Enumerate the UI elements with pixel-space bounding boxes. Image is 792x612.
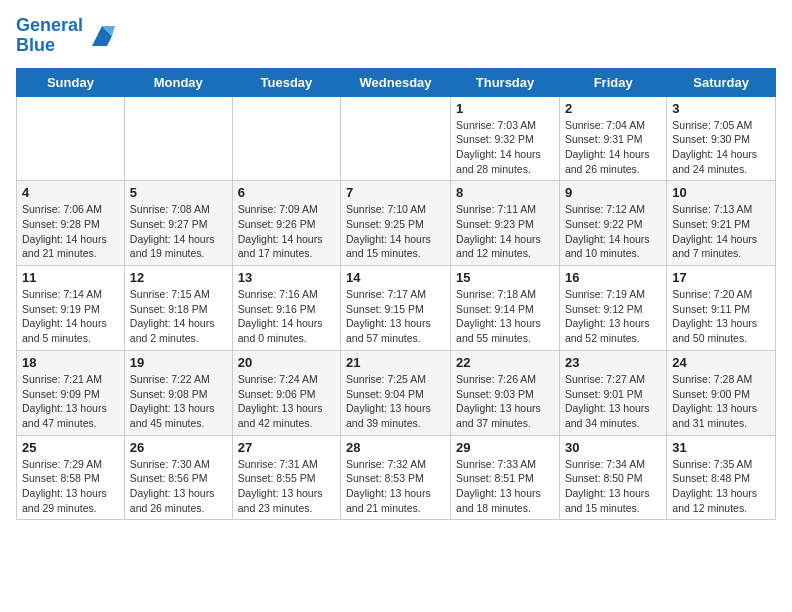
calendar-week-row: 25Sunrise: 7:29 AMSunset: 8:58 PMDayligh… bbox=[17, 435, 776, 520]
day-info: Sunrise: 7:03 AMSunset: 9:32 PMDaylight:… bbox=[456, 118, 554, 177]
calendar-table: SundayMondayTuesdayWednesdayThursdayFrid… bbox=[16, 68, 776, 521]
day-number: 14 bbox=[346, 270, 445, 285]
calendar-cell: 2Sunrise: 7:04 AMSunset: 9:31 PMDaylight… bbox=[559, 96, 666, 181]
calendar-week-row: 18Sunrise: 7:21 AMSunset: 9:09 PMDayligh… bbox=[17, 350, 776, 435]
day-number: 24 bbox=[672, 355, 770, 370]
day-header-saturday: Saturday bbox=[667, 68, 776, 96]
calendar-cell: 13Sunrise: 7:16 AMSunset: 9:16 PMDayligh… bbox=[232, 266, 340, 351]
day-info: Sunrise: 7:04 AMSunset: 9:31 PMDaylight:… bbox=[565, 118, 661, 177]
day-info: Sunrise: 7:35 AMSunset: 8:48 PMDaylight:… bbox=[672, 457, 770, 516]
calendar-cell: 23Sunrise: 7:27 AMSunset: 9:01 PMDayligh… bbox=[559, 350, 666, 435]
day-number: 7 bbox=[346, 185, 445, 200]
day-number: 15 bbox=[456, 270, 554, 285]
day-number: 28 bbox=[346, 440, 445, 455]
calendar-header-row: SundayMondayTuesdayWednesdayThursdayFrid… bbox=[17, 68, 776, 96]
calendar-cell: 8Sunrise: 7:11 AMSunset: 9:23 PMDaylight… bbox=[451, 181, 560, 266]
calendar-cell: 31Sunrise: 7:35 AMSunset: 8:48 PMDayligh… bbox=[667, 435, 776, 520]
day-info: Sunrise: 7:22 AMSunset: 9:08 PMDaylight:… bbox=[130, 372, 227, 431]
calendar-cell: 25Sunrise: 7:29 AMSunset: 8:58 PMDayligh… bbox=[17, 435, 125, 520]
day-number: 17 bbox=[672, 270, 770, 285]
page-header: General Blue bbox=[16, 16, 776, 56]
day-info: Sunrise: 7:26 AMSunset: 9:03 PMDaylight:… bbox=[456, 372, 554, 431]
day-number: 12 bbox=[130, 270, 227, 285]
day-number: 19 bbox=[130, 355, 227, 370]
day-info: Sunrise: 7:14 AMSunset: 9:19 PMDaylight:… bbox=[22, 287, 119, 346]
calendar-cell: 12Sunrise: 7:15 AMSunset: 9:18 PMDayligh… bbox=[124, 266, 232, 351]
day-info: Sunrise: 7:19 AMSunset: 9:12 PMDaylight:… bbox=[565, 287, 661, 346]
day-number: 8 bbox=[456, 185, 554, 200]
day-info: Sunrise: 7:08 AMSunset: 9:27 PMDaylight:… bbox=[130, 202, 227, 261]
calendar-cell: 19Sunrise: 7:22 AMSunset: 9:08 PMDayligh… bbox=[124, 350, 232, 435]
calendar-cell: 9Sunrise: 7:12 AMSunset: 9:22 PMDaylight… bbox=[559, 181, 666, 266]
day-number: 16 bbox=[565, 270, 661, 285]
calendar-cell: 30Sunrise: 7:34 AMSunset: 8:50 PMDayligh… bbox=[559, 435, 666, 520]
day-number: 2 bbox=[565, 101, 661, 116]
day-number: 1 bbox=[456, 101, 554, 116]
day-info: Sunrise: 7:31 AMSunset: 8:55 PMDaylight:… bbox=[238, 457, 335, 516]
calendar-cell: 20Sunrise: 7:24 AMSunset: 9:06 PMDayligh… bbox=[232, 350, 340, 435]
day-number: 4 bbox=[22, 185, 119, 200]
day-info: Sunrise: 7:27 AMSunset: 9:01 PMDaylight:… bbox=[565, 372, 661, 431]
day-number: 6 bbox=[238, 185, 335, 200]
day-info: Sunrise: 7:34 AMSunset: 8:50 PMDaylight:… bbox=[565, 457, 661, 516]
day-header-friday: Friday bbox=[559, 68, 666, 96]
day-header-wednesday: Wednesday bbox=[341, 68, 451, 96]
calendar-cell: 21Sunrise: 7:25 AMSunset: 9:04 PMDayligh… bbox=[341, 350, 451, 435]
calendar-cell: 7Sunrise: 7:10 AMSunset: 9:25 PMDaylight… bbox=[341, 181, 451, 266]
calendar-cell: 28Sunrise: 7:32 AMSunset: 8:53 PMDayligh… bbox=[341, 435, 451, 520]
day-header-thursday: Thursday bbox=[451, 68, 560, 96]
day-number: 29 bbox=[456, 440, 554, 455]
day-number: 31 bbox=[672, 440, 770, 455]
day-header-monday: Monday bbox=[124, 68, 232, 96]
calendar-cell: 18Sunrise: 7:21 AMSunset: 9:09 PMDayligh… bbox=[17, 350, 125, 435]
day-number: 3 bbox=[672, 101, 770, 116]
calendar-cell: 4Sunrise: 7:06 AMSunset: 9:28 PMDaylight… bbox=[17, 181, 125, 266]
calendar-week-row: 4Sunrise: 7:06 AMSunset: 9:28 PMDaylight… bbox=[17, 181, 776, 266]
day-info: Sunrise: 7:16 AMSunset: 9:16 PMDaylight:… bbox=[238, 287, 335, 346]
calendar-cell: 27Sunrise: 7:31 AMSunset: 8:55 PMDayligh… bbox=[232, 435, 340, 520]
calendar-cell: 6Sunrise: 7:09 AMSunset: 9:26 PMDaylight… bbox=[232, 181, 340, 266]
day-info: Sunrise: 7:30 AMSunset: 8:56 PMDaylight:… bbox=[130, 457, 227, 516]
calendar-cell: 1Sunrise: 7:03 AMSunset: 9:32 PMDaylight… bbox=[451, 96, 560, 181]
day-number: 13 bbox=[238, 270, 335, 285]
day-info: Sunrise: 7:13 AMSunset: 9:21 PMDaylight:… bbox=[672, 202, 770, 261]
day-number: 11 bbox=[22, 270, 119, 285]
logo-general: General bbox=[16, 15, 83, 35]
day-info: Sunrise: 7:11 AMSunset: 9:23 PMDaylight:… bbox=[456, 202, 554, 261]
day-info: Sunrise: 7:33 AMSunset: 8:51 PMDaylight:… bbox=[456, 457, 554, 516]
day-number: 30 bbox=[565, 440, 661, 455]
day-info: Sunrise: 7:28 AMSunset: 9:00 PMDaylight:… bbox=[672, 372, 770, 431]
day-info: Sunrise: 7:18 AMSunset: 9:14 PMDaylight:… bbox=[456, 287, 554, 346]
day-number: 21 bbox=[346, 355, 445, 370]
calendar-cell bbox=[124, 96, 232, 181]
calendar-cell bbox=[341, 96, 451, 181]
calendar-cell: 14Sunrise: 7:17 AMSunset: 9:15 PMDayligh… bbox=[341, 266, 451, 351]
calendar-week-row: 11Sunrise: 7:14 AMSunset: 9:19 PMDayligh… bbox=[17, 266, 776, 351]
calendar-cell bbox=[17, 96, 125, 181]
day-info: Sunrise: 7:24 AMSunset: 9:06 PMDaylight:… bbox=[238, 372, 335, 431]
day-number: 20 bbox=[238, 355, 335, 370]
day-info: Sunrise: 7:05 AMSunset: 9:30 PMDaylight:… bbox=[672, 118, 770, 177]
logo-text: General Blue bbox=[16, 16, 83, 56]
logo-icon bbox=[87, 21, 117, 51]
day-info: Sunrise: 7:06 AMSunset: 9:28 PMDaylight:… bbox=[22, 202, 119, 261]
calendar-cell: 29Sunrise: 7:33 AMSunset: 8:51 PMDayligh… bbox=[451, 435, 560, 520]
calendar-cell: 16Sunrise: 7:19 AMSunset: 9:12 PMDayligh… bbox=[559, 266, 666, 351]
calendar-cell: 24Sunrise: 7:28 AMSunset: 9:00 PMDayligh… bbox=[667, 350, 776, 435]
calendar-cell: 26Sunrise: 7:30 AMSunset: 8:56 PMDayligh… bbox=[124, 435, 232, 520]
day-info: Sunrise: 7:15 AMSunset: 9:18 PMDaylight:… bbox=[130, 287, 227, 346]
calendar-cell bbox=[232, 96, 340, 181]
day-info: Sunrise: 7:20 AMSunset: 9:11 PMDaylight:… bbox=[672, 287, 770, 346]
day-info: Sunrise: 7:32 AMSunset: 8:53 PMDaylight:… bbox=[346, 457, 445, 516]
calendar-cell: 22Sunrise: 7:26 AMSunset: 9:03 PMDayligh… bbox=[451, 350, 560, 435]
day-number: 23 bbox=[565, 355, 661, 370]
calendar-cell: 11Sunrise: 7:14 AMSunset: 9:19 PMDayligh… bbox=[17, 266, 125, 351]
day-info: Sunrise: 7:21 AMSunset: 9:09 PMDaylight:… bbox=[22, 372, 119, 431]
day-header-tuesday: Tuesday bbox=[232, 68, 340, 96]
day-number: 10 bbox=[672, 185, 770, 200]
day-info: Sunrise: 7:29 AMSunset: 8:58 PMDaylight:… bbox=[22, 457, 119, 516]
day-number: 5 bbox=[130, 185, 227, 200]
day-header-sunday: Sunday bbox=[17, 68, 125, 96]
calendar-cell: 17Sunrise: 7:20 AMSunset: 9:11 PMDayligh… bbox=[667, 266, 776, 351]
calendar-cell: 3Sunrise: 7:05 AMSunset: 9:30 PMDaylight… bbox=[667, 96, 776, 181]
